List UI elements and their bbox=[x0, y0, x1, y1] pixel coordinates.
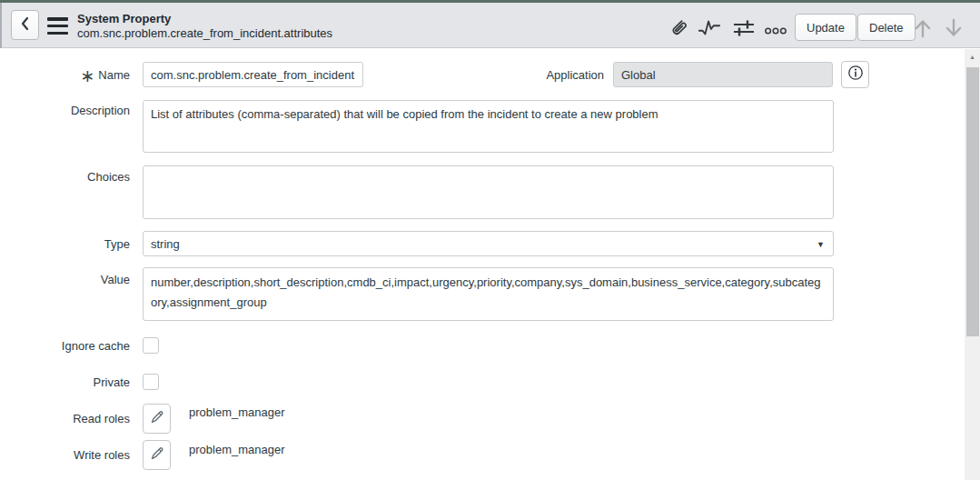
chevron-left-icon bbox=[20, 16, 30, 35]
application-info-button[interactable] bbox=[841, 61, 869, 88]
write-roles-edit-button[interactable] bbox=[143, 440, 171, 470]
name-input[interactable] bbox=[143, 62, 363, 87]
info-circle-icon bbox=[847, 65, 864, 85]
name-label: ∗Name bbox=[0, 68, 130, 82]
private-label: Private bbox=[0, 375, 130, 389]
header-title-block: System Property com.snc.problem.create_f… bbox=[77, 12, 332, 41]
required-marker: ∗ bbox=[80, 66, 94, 85]
ignore-cache-checkbox[interactable] bbox=[143, 337, 159, 354]
more-options-icon[interactable] bbox=[764, 19, 787, 43]
delete-button[interactable]: Delete bbox=[857, 14, 916, 41]
description-label: Description bbox=[0, 104, 130, 117]
scroll-previous-arrow-up-icon[interactable] bbox=[911, 16, 935, 40]
application-input[interactable] bbox=[613, 62, 833, 87]
private-checkbox[interactable] bbox=[143, 374, 159, 390]
activity-waveform-icon[interactable] bbox=[698, 16, 721, 40]
type-label: Type bbox=[0, 237, 130, 251]
read-roles-label: Read roles bbox=[0, 412, 130, 425]
application-label: Application bbox=[474, 68, 604, 82]
scrollbar-up-arrow-icon[interactable]: ▲ bbox=[965, 49, 980, 65]
choices-textarea[interactable] bbox=[143, 165, 834, 219]
pencil-icon bbox=[149, 445, 165, 465]
type-select[interactable]: string ▼ bbox=[143, 231, 834, 256]
write-roles-label: Write roles bbox=[0, 448, 130, 462]
write-roles-value: problem_manager bbox=[189, 443, 285, 456]
value-label: Value bbox=[0, 273, 130, 286]
form-header: System Property com.snc.problem.create_f… bbox=[0, 3, 980, 48]
read-roles-value: problem_manager bbox=[189, 405, 285, 419]
system-property-form-page: System Property com.snc.problem.create_f… bbox=[0, 0, 980, 480]
scroll-next-arrow-down-icon[interactable] bbox=[942, 16, 965, 40]
personalize-sliders-icon[interactable] bbox=[732, 16, 756, 40]
choices-label: Choices bbox=[0, 170, 130, 184]
back-button[interactable] bbox=[11, 10, 39, 40]
description-textarea[interactable]: List of attributes (comma-separated) tha… bbox=[143, 100, 834, 153]
pencil-icon bbox=[149, 409, 165, 429]
attachment-paperclip-icon[interactable] bbox=[666, 16, 689, 40]
dropdown-arrow-icon: ▼ bbox=[817, 240, 825, 249]
vertical-scrollbar[interactable]: ▲ bbox=[965, 49, 980, 480]
header-left-edge bbox=[0, 3, 2, 48]
value-textarea[interactable]: number,description,short_description,cmd… bbox=[143, 267, 834, 321]
scrollbar-thumb[interactable] bbox=[966, 67, 979, 336]
context-menu-icon[interactable] bbox=[47, 17, 68, 35]
page-subtitle: com.snc.problem.create_from_incident.att… bbox=[77, 26, 332, 41]
read-roles-edit-button[interactable] bbox=[143, 404, 171, 434]
ignore-cache-label: Ignore cache bbox=[0, 339, 130, 353]
update-button[interactable]: Update bbox=[795, 14, 856, 41]
type-select-value: string bbox=[151, 237, 180, 251]
page-title: System Property bbox=[77, 12, 332, 26]
